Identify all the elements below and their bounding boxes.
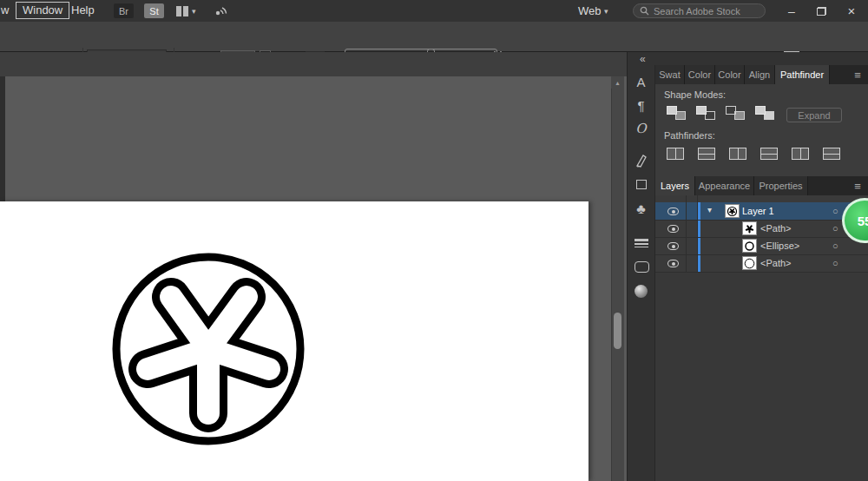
object-name[interactable]: <Ellipse> <box>760 240 799 251</box>
layer-color-bar <box>698 254 700 272</box>
target-circle-icon[interactable]: ○ <box>832 258 838 268</box>
object-name[interactable]: <Path> <box>760 223 791 234</box>
line <box>635 247 648 247</box>
line <box>635 243 648 245</box>
ellipse-thumbnail[interactable] <box>742 239 757 253</box>
shape <box>755 106 766 115</box>
pathfinders-label: Pathfinders: <box>664 130 715 141</box>
tab-filler <box>830 65 847 84</box>
control-bar: Uniform ▾ • 3 pt. Round ▾ Opacity: > Sty… <box>0 22 868 52</box>
layers-panel-empty-area <box>655 272 868 481</box>
layer-row-path2[interactable]: <Path> ○ <box>655 254 868 272</box>
trim-icon[interactable] <box>698 148 715 160</box>
object-name[interactable]: <Path> <box>760 258 791 268</box>
columns-icon[interactable] <box>176 6 188 16</box>
bridge-badge[interactable]: Br <box>114 3 134 18</box>
expand-button[interactable]: Expand <box>786 108 842 122</box>
menu-item-window[interactable]: Window <box>16 2 69 19</box>
shape <box>667 106 677 115</box>
column-divider <box>697 195 698 273</box>
row-separator <box>655 254 868 255</box>
target-circle-icon[interactable]: ○ <box>832 206 838 216</box>
artboard[interactable] <box>0 201 589 481</box>
panel-tab-bar: Layers Appearance Properties ≡ <box>655 176 868 195</box>
scrollbar-thumb[interactable] <box>614 313 621 349</box>
stock-badge[interactable]: St <box>144 3 164 18</box>
paragraph-panel-icon[interactable]: ¶ <box>627 98 655 113</box>
panel-tab-bar: Swat Color Color Align Pathfinder ≡ <box>655 65 868 84</box>
glyphs-panel-icon[interactable]: O <box>627 121 655 136</box>
panel-menu-icon[interactable]: ≡ <box>847 65 868 84</box>
target-circle-icon[interactable]: ○ <box>832 240 838 251</box>
layer-color-bar <box>698 220 700 237</box>
shape <box>696 106 707 115</box>
illustrator-window: w Window Help Br St ▾ Web ▾ – × <box>0 0 868 481</box>
tab-pathfinder[interactable]: Pathfinder <box>775 65 830 84</box>
path-thumbnail[interactable] <box>742 221 757 235</box>
crop-icon[interactable] <box>760 148 778 160</box>
layer-name[interactable]: Layer 1 <box>742 206 774 216</box>
row-separator <box>655 220 868 221</box>
character-panel-icon[interactable]: A <box>627 75 655 89</box>
disclosure-triangle-icon[interactable]: ▾ <box>707 205 712 214</box>
column-divider <box>686 195 687 273</box>
target-circle-icon[interactable]: ○ <box>832 223 838 234</box>
stock-search[interactable] <box>633 3 766 18</box>
panel-menu-icon[interactable]: ≡ <box>847 176 868 195</box>
layer-color-bar <box>698 237 700 254</box>
visibility-eye-icon[interactable] <box>667 208 679 215</box>
minus-back-icon[interactable] <box>823 148 840 160</box>
chevron-down-icon[interactable]: ▾ <box>604 7 608 16</box>
visibility-eye-icon[interactable] <box>667 225 679 233</box>
tab-color-guide[interactable]: Color <box>715 65 745 84</box>
brush-panel-icon[interactable] <box>633 153 650 171</box>
layer-row-layer1[interactable]: ▾ Layer 1 ○ <box>655 202 868 220</box>
scroll-up-arrow[interactable]: ▲ <box>611 76 624 89</box>
minus-front-icon[interactable] <box>696 106 715 120</box>
vertical-scrollbar[interactable] <box>611 76 624 481</box>
visibility-eye-icon[interactable] <box>667 242 679 250</box>
broadcast-icon[interactable] <box>214 4 228 21</box>
unite-icon[interactable] <box>667 106 686 120</box>
rounded-rect-icon[interactable] <box>635 261 649 273</box>
row-separator <box>655 237 868 238</box>
canvas-top-band <box>0 52 627 76</box>
shape-modes-label: Shape Modes: <box>664 89 726 100</box>
menu-item-cut[interactable]: w <box>1 3 9 16</box>
sphere-icon[interactable] <box>635 285 648 298</box>
search-icon <box>640 3 649 19</box>
tab-align[interactable]: Align <box>745 65 775 84</box>
chevron-down-icon[interactable]: ▾ <box>192 7 196 16</box>
square-panel-icon[interactable] <box>636 180 647 189</box>
line <box>635 239 648 241</box>
stroke-lines-icon[interactable] <box>635 239 648 249</box>
merge-icon[interactable] <box>729 148 746 160</box>
layer-row-path[interactable]: <Path> ○ <box>655 220 868 237</box>
tab-layers[interactable]: Layers <box>655 176 695 195</box>
workspace-switcher[interactable]: Web <box>578 4 602 17</box>
shape <box>726 106 736 115</box>
divide-icon[interactable] <box>667 148 684 160</box>
tab-swatches[interactable]: Swat <box>655 65 685 84</box>
restore-icon <box>817 7 826 16</box>
tab-color[interactable]: Color <box>685 65 715 84</box>
path-thumbnail[interactable] <box>742 256 757 270</box>
exclude-icon[interactable] <box>755 106 774 120</box>
layer-color-bar <box>698 202 700 220</box>
tab-filler <box>808 176 847 195</box>
collapse-dock-icon[interactable]: « <box>640 53 646 65</box>
intersect-icon[interactable] <box>726 106 745 120</box>
tab-appearance[interactable]: Appearance <box>695 176 754 195</box>
tab-properties[interactable]: Properties <box>754 176 808 195</box>
layer-row-ellipse[interactable]: <Ellipse> ○ <box>655 237 868 254</box>
layer-thumbnail[interactable] <box>725 204 740 218</box>
menu-item-help[interactable]: Help <box>71 3 95 16</box>
close-button[interactable]: × <box>836 0 867 22</box>
minimize-button[interactable]: – <box>778 0 806 22</box>
visibility-eye-icon[interactable] <box>667 260 679 267</box>
outline-icon[interactable] <box>792 148 809 160</box>
clover-icon[interactable]: ♣ <box>627 201 655 217</box>
artwork-asterisk-in-circle[interactable] <box>0 201 589 481</box>
search-input[interactable] <box>654 6 777 16</box>
restore-button[interactable] <box>807 0 835 22</box>
